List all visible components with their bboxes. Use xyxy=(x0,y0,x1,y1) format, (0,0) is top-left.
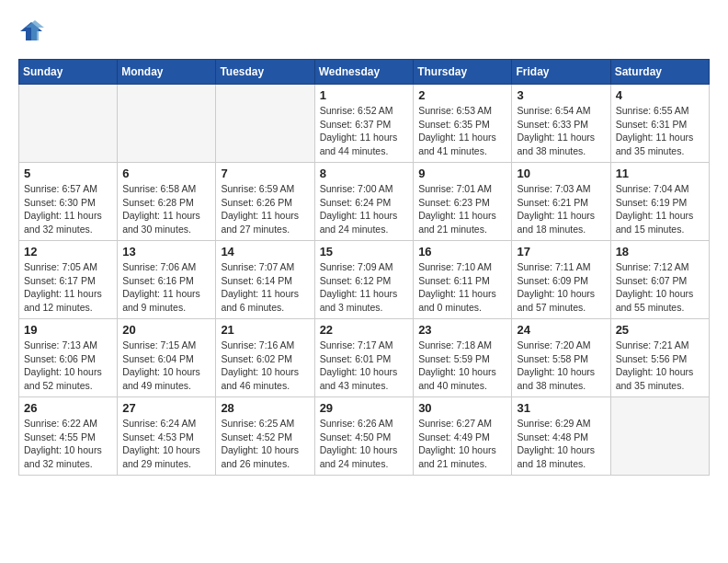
day-info: Sunrise: 6:24 AMSunset: 4:53 PMDaylight:… xyxy=(122,417,210,471)
day-number: 4 xyxy=(616,88,704,102)
day-header-wednesday: Wednesday xyxy=(314,60,414,85)
day-number: 8 xyxy=(320,167,409,180)
day-header-tuesday: Tuesday xyxy=(216,60,314,85)
day-info: Sunrise: 7:16 AMSunset: 6:02 PMDaylight:… xyxy=(221,339,309,393)
day-header-sunday: Sunday xyxy=(19,60,118,85)
day-number: 26 xyxy=(24,401,112,415)
day-number: 10 xyxy=(517,167,605,180)
day-info: Sunrise: 7:15 AMSunset: 6:04 PMDaylight:… xyxy=(122,339,210,393)
day-number: 21 xyxy=(221,323,309,337)
day-cell: 18Sunrise: 7:12 AMSunset: 6:07 PMDayligh… xyxy=(610,241,709,319)
day-number: 2 xyxy=(418,88,506,102)
day-number: 19 xyxy=(24,323,112,337)
day-number: 30 xyxy=(418,401,506,415)
day-cell xyxy=(118,85,216,163)
day-cell: 13Sunrise: 7:06 AMSunset: 6:16 PMDayligh… xyxy=(118,241,216,319)
day-info: Sunrise: 7:04 AMSunset: 6:19 PMDaylight:… xyxy=(616,182,704,236)
day-cell: 16Sunrise: 7:10 AMSunset: 6:11 PMDayligh… xyxy=(414,241,512,319)
day-info: Sunrise: 7:13 AMSunset: 6:06 PMDaylight:… xyxy=(24,339,112,393)
day-info: Sunrise: 7:01 AMSunset: 6:23 PMDaylight:… xyxy=(418,182,506,236)
day-number: 31 xyxy=(517,401,605,415)
day-number: 13 xyxy=(122,245,210,259)
day-info: Sunrise: 7:05 AMSunset: 6:17 PMDaylight:… xyxy=(24,260,112,315)
day-cell: 3Sunrise: 6:54 AMSunset: 6:33 PMDaylight… xyxy=(512,85,610,163)
day-info: Sunrise: 6:57 AMSunset: 6:30 PMDaylight:… xyxy=(24,182,112,236)
day-cell: 6Sunrise: 6:58 AMSunset: 6:28 PMDaylight… xyxy=(118,163,216,241)
day-cell: 14Sunrise: 7:07 AMSunset: 6:14 PMDayligh… xyxy=(216,241,314,319)
day-cell xyxy=(610,397,709,476)
day-cell xyxy=(19,85,118,163)
week-row-5: 26Sunrise: 6:22 AMSunset: 4:55 PMDayligh… xyxy=(19,397,710,476)
day-number: 16 xyxy=(418,245,506,259)
day-info: Sunrise: 7:09 AMSunset: 6:12 PMDaylight:… xyxy=(320,260,409,315)
day-info: Sunrise: 7:10 AMSunset: 6:11 PMDaylight:… xyxy=(418,260,506,315)
day-cell: 24Sunrise: 7:20 AMSunset: 5:58 PMDayligh… xyxy=(512,319,610,397)
day-cell: 29Sunrise: 6:26 AMSunset: 4:50 PMDayligh… xyxy=(314,397,414,476)
day-info: Sunrise: 7:18 AMSunset: 5:59 PMDaylight:… xyxy=(418,339,506,393)
day-info: Sunrise: 6:26 AMSunset: 4:50 PMDaylight:… xyxy=(320,417,409,471)
day-info: Sunrise: 6:29 AMSunset: 4:48 PMDaylight:… xyxy=(517,417,605,471)
day-cell: 20Sunrise: 7:15 AMSunset: 6:04 PMDayligh… xyxy=(118,319,216,397)
day-cell: 11Sunrise: 7:04 AMSunset: 6:19 PMDayligh… xyxy=(610,163,709,241)
day-number: 1 xyxy=(320,88,409,102)
day-number: 9 xyxy=(418,167,506,180)
day-header-saturday: Saturday xyxy=(610,60,709,85)
day-number: 24 xyxy=(517,323,605,337)
day-cell: 26Sunrise: 6:22 AMSunset: 4:55 PMDayligh… xyxy=(19,397,118,476)
day-cell: 12Sunrise: 7:05 AMSunset: 6:17 PMDayligh… xyxy=(19,241,118,319)
day-number: 28 xyxy=(221,401,309,415)
day-info: Sunrise: 6:55 AMSunset: 6:31 PMDaylight:… xyxy=(616,104,704,158)
day-number: 5 xyxy=(24,167,112,180)
day-info: Sunrise: 7:17 AMSunset: 6:01 PMDaylight:… xyxy=(320,339,409,393)
day-info: Sunrise: 7:00 AMSunset: 6:24 PMDaylight:… xyxy=(320,182,409,236)
day-info: Sunrise: 6:25 AMSunset: 4:52 PMDaylight:… xyxy=(221,417,309,471)
day-cell: 30Sunrise: 6:27 AMSunset: 4:49 PMDayligh… xyxy=(414,397,512,476)
day-number: 29 xyxy=(320,401,409,415)
day-info: Sunrise: 7:20 AMSunset: 5:58 PMDaylight:… xyxy=(517,339,605,393)
day-number: 20 xyxy=(122,323,210,337)
day-cell: 28Sunrise: 6:25 AMSunset: 4:52 PMDayligh… xyxy=(216,397,314,476)
day-cell: 22Sunrise: 7:17 AMSunset: 6:01 PMDayligh… xyxy=(314,319,414,397)
day-info: Sunrise: 6:27 AMSunset: 4:49 PMDaylight:… xyxy=(418,417,506,471)
day-info: Sunrise: 6:52 AMSunset: 6:37 PMDaylight:… xyxy=(320,104,409,158)
calendar-header-row: SundayMondayTuesdayWednesdayThursdayFrid… xyxy=(19,60,710,85)
day-info: Sunrise: 7:12 AMSunset: 6:07 PMDaylight:… xyxy=(616,260,704,315)
day-info: Sunrise: 7:06 AMSunset: 6:16 PMDaylight:… xyxy=(122,260,210,315)
day-cell: 2Sunrise: 6:53 AMSunset: 6:35 PMDaylight… xyxy=(414,85,512,163)
day-info: Sunrise: 6:54 AMSunset: 6:33 PMDaylight:… xyxy=(517,104,605,158)
day-info: Sunrise: 7:21 AMSunset: 5:56 PMDaylight:… xyxy=(616,339,704,393)
day-cell: 19Sunrise: 7:13 AMSunset: 6:06 PMDayligh… xyxy=(19,319,118,397)
day-cell: 27Sunrise: 6:24 AMSunset: 4:53 PMDayligh… xyxy=(118,397,216,476)
day-cell: 1Sunrise: 6:52 AMSunset: 6:37 PMDaylight… xyxy=(314,85,414,163)
day-number: 25 xyxy=(616,323,704,337)
week-row-4: 19Sunrise: 7:13 AMSunset: 6:06 PMDayligh… xyxy=(19,319,710,397)
day-number: 14 xyxy=(221,245,309,259)
day-number: 3 xyxy=(517,88,605,102)
day-header-friday: Friday xyxy=(512,60,610,85)
day-cell xyxy=(216,85,314,163)
day-header-thursday: Thursday xyxy=(414,60,512,85)
day-info: Sunrise: 6:58 AMSunset: 6:28 PMDaylight:… xyxy=(122,182,210,236)
day-info: Sunrise: 7:07 AMSunset: 6:14 PMDaylight:… xyxy=(221,260,309,315)
logo-icon xyxy=(18,18,44,44)
day-cell: 15Sunrise: 7:09 AMSunset: 6:12 PMDayligh… xyxy=(314,241,414,319)
week-row-1: 1Sunrise: 6:52 AMSunset: 6:37 PMDaylight… xyxy=(19,85,710,163)
day-cell: 4Sunrise: 6:55 AMSunset: 6:31 PMDaylight… xyxy=(610,85,709,163)
day-number: 23 xyxy=(418,323,506,337)
day-cell: 10Sunrise: 7:03 AMSunset: 6:21 PMDayligh… xyxy=(512,163,610,241)
day-cell: 17Sunrise: 7:11 AMSunset: 6:09 PMDayligh… xyxy=(512,241,610,319)
calendar-table: SundayMondayTuesdayWednesdayThursdayFrid… xyxy=(18,59,710,476)
day-info: Sunrise: 7:11 AMSunset: 6:09 PMDaylight:… xyxy=(517,260,605,315)
day-number: 22 xyxy=(320,323,409,337)
day-number: 11 xyxy=(616,167,704,180)
day-number: 17 xyxy=(517,245,605,259)
day-info: Sunrise: 6:59 AMSunset: 6:26 PMDaylight:… xyxy=(221,182,309,236)
day-number: 6 xyxy=(122,167,210,180)
day-cell: 7Sunrise: 6:59 AMSunset: 6:26 PMDaylight… xyxy=(216,163,314,241)
logo xyxy=(18,18,48,44)
day-info: Sunrise: 6:53 AMSunset: 6:35 PMDaylight:… xyxy=(418,104,506,158)
day-cell: 9Sunrise: 7:01 AMSunset: 6:23 PMDaylight… xyxy=(414,163,512,241)
day-cell: 21Sunrise: 7:16 AMSunset: 6:02 PMDayligh… xyxy=(216,319,314,397)
week-row-3: 12Sunrise: 7:05 AMSunset: 6:17 PMDayligh… xyxy=(19,241,710,319)
day-number: 7 xyxy=(221,167,309,180)
